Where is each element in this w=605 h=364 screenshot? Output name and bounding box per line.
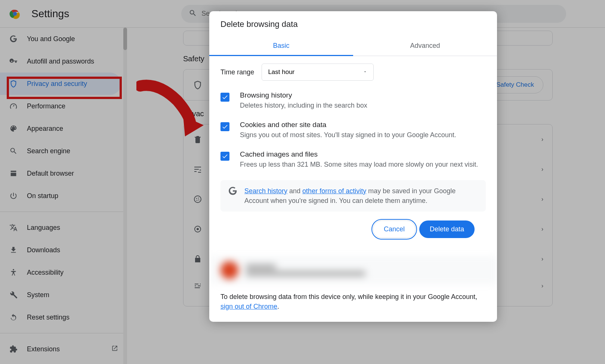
chevron-down-icon	[363, 68, 367, 76]
checkbox-desc: Frees up less than 321 MB. Some sites ma…	[240, 160, 478, 169]
time-range-label: Time range	[220, 68, 254, 76]
tab-basic[interactable]: Basic	[209, 36, 353, 56]
dialog-footer-note: To delete browsing data from this device…	[209, 284, 497, 322]
checkbox-row-cache: Cached images and files Frees up less th…	[220, 150, 486, 169]
info-text: Search history and other forms of activi…	[244, 186, 478, 206]
sign-out-link[interactable]: sign out of Chrome	[220, 303, 277, 310]
checkbox-cookies[interactable]	[220, 122, 229, 131]
avatar	[220, 261, 238, 279]
tab-advanced[interactable]: Advanced	[353, 36, 497, 56]
checkmark-icon	[222, 123, 228, 130]
checkbox-row-cookies: Cookies and other site data Signs you ou…	[220, 121, 486, 140]
dialog-title: Delete browsing data	[209, 11, 497, 36]
checkbox-title: Cookies and other site data	[240, 121, 456, 129]
checkbox-title: Browsing history	[240, 91, 367, 99]
account-email-redacted	[246, 271, 365, 276]
checkbox-desc: Deletes history, including in the search…	[240, 101, 367, 110]
checkbox-cache[interactable]	[220, 152, 229, 161]
cancel-button[interactable]: Cancel	[373, 220, 416, 238]
checkbox-title: Cached images and files	[240, 150, 478, 158]
checkbox-browsing-history[interactable]	[220, 93, 229, 102]
signed-in-account-row	[209, 256, 497, 284]
checkmark-icon	[222, 153, 228, 160]
account-name-redacted	[246, 264, 276, 269]
delete-browsing-data-dialog: Delete browsing data Basic Advanced Time…	[209, 11, 497, 322]
google-g-icon	[228, 186, 238, 197]
checkmark-icon	[222, 94, 228, 101]
time-range-value: Last hour	[268, 68, 294, 76]
delete-data-button[interactable]: Delete data	[419, 220, 475, 238]
other-activity-link[interactable]: other forms of activity	[302, 187, 366, 195]
checkbox-desc: Signs you out of most sites. You'll stay…	[240, 130, 456, 140]
dialog-tabs: Basic Advanced	[209, 36, 497, 56]
time-range-select[interactable]: Last hour	[262, 64, 374, 81]
search-history-link[interactable]: Search history	[244, 187, 287, 195]
checkbox-row-browsing-history: Browsing history Deletes history, includ…	[220, 91, 486, 110]
google-account-info-box: Search history and other forms of activi…	[220, 180, 486, 212]
